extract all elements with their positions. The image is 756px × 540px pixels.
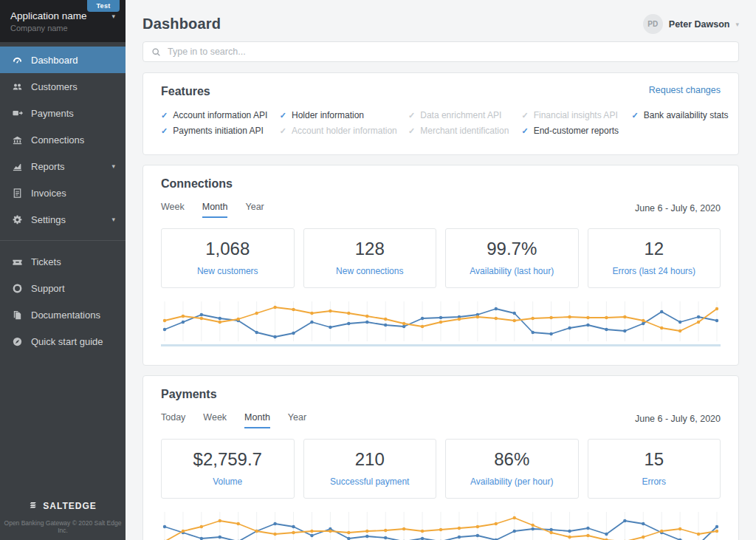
sidebar-item-label: Documentations — [31, 310, 115, 321]
payments-chart — [161, 510, 721, 540]
check-icon: ✓ — [280, 111, 286, 120]
tickets-icon — [12, 256, 23, 267]
check-icon: ✓ — [161, 111, 168, 120]
sidebar-footer: SALTEDGE Open Banking Gateway © 2020 Sal… — [0, 500, 126, 534]
copyright: Open Banking Gateway © 2020 Salt Edge In… — [0, 519, 126, 534]
sidebar-item-customers[interactable]: Customers — [0, 73, 126, 100]
stat-value: $2,759.7 — [165, 449, 291, 470]
request-changes-link[interactable]: Request changes — [649, 85, 721, 95]
connections-chart — [161, 300, 721, 349]
features-card: Features Request changes ✓Account inform… — [142, 72, 739, 155]
tab-week[interactable]: Week — [161, 202, 185, 218]
feature-disabled: ✓Merchant identification — [408, 126, 501, 136]
check-icon: ✓ — [521, 126, 528, 136]
avatar: PD — [643, 14, 663, 34]
feature-label: Account information API — [173, 110, 267, 120]
page-title: Dashboard — [142, 16, 221, 33]
stat-new-customers: 1,068New customers — [161, 228, 295, 288]
stat-value: 86% — [449, 449, 575, 470]
search-input[interactable] — [168, 47, 730, 57]
tab-year[interactable]: Year — [245, 202, 264, 218]
chevron-down-icon: ▾ — [111, 13, 115, 20]
stat-value: 15 — [591, 449, 718, 470]
connections-card: Connections WeekMonthYearJune 6 - July 6… — [142, 165, 739, 366]
tab-today[interactable]: Today — [161, 412, 185, 428]
stat-label-link[interactable]: New customers — [165, 266, 291, 276]
stat-availability-last-hour-: 99.7%Availability (last hour) — [445, 228, 579, 288]
saltedge-logo-icon — [29, 501, 38, 510]
payments-title: Payments — [161, 388, 217, 401]
stat-label-link[interactable]: Errors — [591, 476, 718, 487]
stat-errors-last-24-hours-: 12Errors (last 24 hours) — [588, 228, 721, 288]
sidebar-item-label: Customers — [31, 81, 115, 92]
feature-label: Holder information — [292, 110, 364, 120]
chevron-down-icon: ▾ — [111, 163, 115, 170]
sidebar-item-label: Payments — [31, 108, 115, 119]
feature-label: Financial insights API — [534, 110, 618, 120]
date-range: June 6 - July 6, 2020 — [635, 414, 721, 428]
feature-disabled: ✓Data enrichment API — [408, 110, 501, 120]
feature-enabled: ✓Payments initiation API — [161, 126, 259, 136]
nav-divider — [0, 240, 126, 241]
stat-value: 1,068 — [165, 239, 291, 259]
stat-availability-per-hour-: 86%Availability (per hour) — [445, 439, 579, 499]
dashboard-icon — [12, 55, 23, 66]
user-menu[interactable]: PD Peter Dawson ▾ — [643, 14, 739, 34]
feature-column: ✓Financial insights API✓End-customer rep… — [521, 110, 611, 141]
sidebar-item-reports[interactable]: Reports▾ — [0, 153, 126, 180]
stat-value: 12 — [591, 239, 718, 259]
sidebar-header: Test Application name ▾ Company name — [0, 0, 126, 42]
invoices-icon — [12, 188, 23, 199]
stat-value: 99.7% — [449, 239, 575, 259]
stat-label-link[interactable]: Volume — [165, 476, 291, 487]
sidebar-item-connections[interactable]: Connections — [0, 126, 126, 153]
check-icon: ✓ — [408, 126, 415, 136]
check-icon: ✓ — [280, 126, 286, 136]
feature-label: Bank availability stats — [644, 110, 729, 120]
search-bar[interactable] — [142, 41, 739, 62]
sidebar-item-documentations[interactable]: Documentations — [0, 301, 126, 328]
brand: SALTEDGE — [29, 501, 96, 511]
features-title: Features — [161, 85, 210, 98]
stat-label-link[interactable]: Successful payment — [307, 476, 433, 487]
application-name: Application name — [10, 10, 87, 21]
sidebar-item-dashboard[interactable]: Dashboard — [0, 47, 126, 73]
sidebar-item-tickets[interactable]: Tickets — [0, 248, 126, 275]
feature-column: ✓Bank availability stats — [632, 110, 721, 141]
sidebar-item-label: Settings — [31, 214, 111, 225]
settings-icon — [12, 214, 23, 225]
stat-label-link[interactable]: Availability (last hour) — [449, 266, 575, 276]
sidebar-item-label: Dashboard — [31, 55, 115, 66]
quick-start-icon — [12, 336, 23, 347]
tab-year[interactable]: Year — [288, 412, 306, 428]
check-icon: ✓ — [521, 111, 528, 120]
feature-label: Merchant identification — [420, 126, 509, 136]
sidebar: Test Application name ▾ Company name Das… — [0, 0, 126, 540]
feature-enabled: ✓End-customer reports — [521, 126, 611, 136]
sidebar-item-label: Quick start guide — [31, 336, 115, 347]
sidebar-item-quick-start-guide[interactable]: Quick start guide — [0, 328, 126, 355]
test-badge[interactable]: Test — [87, 0, 120, 12]
tab-week[interactable]: Week — [203, 412, 227, 428]
stat-label-link[interactable]: Errors (last 24 hours) — [591, 266, 718, 276]
sidebar-item-invoices[interactable]: Invoices — [0, 180, 126, 206]
tab-month[interactable]: Month — [202, 202, 228, 218]
feature-label: Account holder information — [292, 126, 397, 136]
main-content: Dashboard PD Peter Dawson ▾ Features Req… — [126, 0, 756, 540]
application-switcher[interactable]: Application name ▾ — [10, 10, 115, 21]
chevron-down-icon: ▾ — [111, 216, 115, 223]
feature-enabled: ✓Account information API — [161, 110, 259, 120]
feature-enabled: ✓Bank availability stats — [632, 110, 721, 120]
connections-tabs: WeekMonthYearJune 6 - July 6, 2020 — [161, 202, 721, 218]
sidebar-item-support[interactable]: Support — [0, 275, 126, 301]
date-range: June 6 - July 6, 2020 — [635, 203, 721, 218]
tab-month[interactable]: Month — [244, 412, 270, 428]
sidebar-item-payments[interactable]: Payments — [0, 100, 126, 126]
stat-label-link[interactable]: Availability (per hour) — [449, 476, 575, 487]
sidebar-item-label: Invoices — [31, 188, 115, 199]
feature-disabled: ✓Account holder information — [280, 126, 388, 136]
stat-label-link[interactable]: New connections — [307, 266, 433, 276]
sidebar-item-settings[interactable]: Settings▾ — [0, 206, 126, 233]
stat-errors: 15Errors — [588, 439, 721, 499]
stat-new-connections: 128New connections — [303, 228, 437, 288]
